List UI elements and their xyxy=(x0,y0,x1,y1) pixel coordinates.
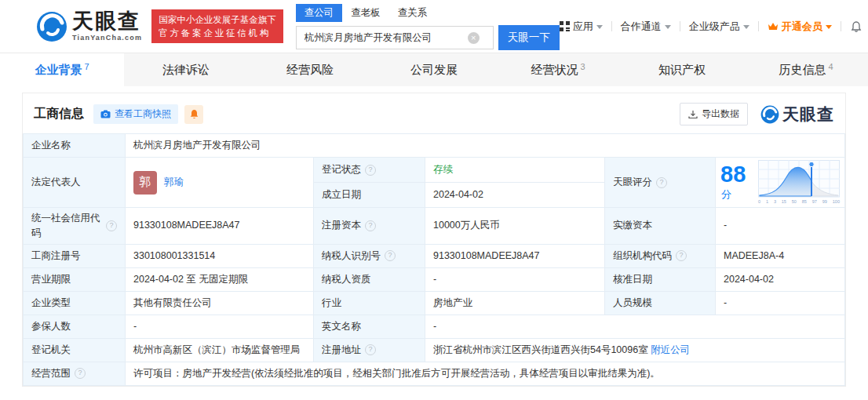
search-tab-boss[interactable]: 查老板 xyxy=(342,4,389,22)
divider xyxy=(680,21,680,31)
company-name-value: 杭州滨月房地产开发有限公司 xyxy=(126,134,845,158)
field-label: 纳税人识别号 xyxy=(314,245,425,268)
tab-badge: 3 xyxy=(580,62,585,71)
field-label: 统一社会信用代码 xyxy=(24,208,126,245)
nav-apps-label: 应用 xyxy=(573,20,593,34)
clear-icon[interactable]: × xyxy=(468,32,480,44)
field-label: 组织机构代码 xyxy=(605,245,716,268)
tab-intellectual-property[interactable]: 知识产权 xyxy=(620,53,744,86)
top-nav: 应用 合作通道 企业级产品 开通会员 xyxy=(560,20,868,34)
credit-code-value: 91330108MADEEJ8A47 xyxy=(126,208,314,245)
tab-company-background[interactable]: 企业背景7 xyxy=(0,53,124,86)
score-chart-ticks: 0131550859799100 xyxy=(758,198,840,205)
brand-domain: TianYanCha.com xyxy=(72,35,142,42)
field-label: 登记状态 xyxy=(314,158,425,183)
search-tab-relation[interactable]: 查关系 xyxy=(389,4,436,22)
field-label: 登记机关 xyxy=(24,339,126,362)
reg-address-value: 浙江省杭州市滨江区西兴街道西兴街54号10096室 附近公司 xyxy=(425,339,845,362)
table-row: 经营范围 许可项目：房地产开发经营(依法须经批准的项目，经相关部门批准后方可开展… xyxy=(24,362,845,386)
table-row: 参保人数 - 英文名称 - xyxy=(24,315,845,339)
apps-grid-icon xyxy=(560,21,570,31)
table-row: 统一社会信用代码 91330108MADEEJ8A47 注册资本 10000万人… xyxy=(24,208,845,245)
org-code-value: MADEEJ8A-4 xyxy=(716,245,845,268)
nav-partner[interactable]: 合作通道 xyxy=(621,20,671,34)
nav-apps[interactable]: 应用 xyxy=(560,20,603,34)
nav-enterprise[interactable]: 企业级产品 xyxy=(689,20,749,34)
nav-partner-label: 合作通道 xyxy=(621,20,662,34)
legal-rep-link[interactable]: 郭瑜 xyxy=(164,175,184,190)
search-tab-company[interactable]: 查公司 xyxy=(296,4,343,22)
company-tabbar: 企业背景7 法律诉讼 经营风险 公司发展 经营状况3 知识产权 历史信息4 xyxy=(0,53,868,86)
export-data-button[interactable]: 导出数据 xyxy=(680,103,748,125)
field-label: 经营范围 xyxy=(24,362,126,386)
tianyancha-logo-icon xyxy=(36,11,67,42)
field-label: 参保人数 xyxy=(24,315,126,339)
table-row: 企业名称 杭州滨月房地产开发有限公司 xyxy=(24,134,845,158)
approval-date-value: 2024-04-02 xyxy=(716,268,845,292)
download-icon xyxy=(688,110,698,119)
industry-value: 房地产业 xyxy=(425,292,605,315)
english-name-value: - xyxy=(425,315,845,339)
score-distribution-chart: 0131550859799100 xyxy=(758,160,840,205)
field-label: 英文名称 xyxy=(314,315,425,339)
crown-icon xyxy=(768,22,779,31)
site-header: 天眼查 TianYanCha.com 国家中小企业发展子基金旗下 官方备案企业征… xyxy=(0,0,868,53)
field-label: 企业类型 xyxy=(24,292,126,315)
tab-legal-proceedings[interactable]: 法律诉讼 xyxy=(124,53,248,86)
est-date-value: 2024-04-02 xyxy=(425,183,605,208)
tab-operational-risk[interactable]: 经营风险 xyxy=(248,53,372,86)
tab-label: 公司发展 xyxy=(410,63,458,78)
divider xyxy=(611,21,612,31)
tab-badge: 7 xyxy=(84,62,89,71)
table-row: 企业类型 其他有限责任公司 行业 房地产业 人员规模 - xyxy=(24,292,845,315)
bell-icon xyxy=(189,109,199,120)
help-icon[interactable] xyxy=(75,368,86,379)
help-icon[interactable] xyxy=(365,344,376,355)
tianyancha-logo[interactable]: 天眼查 TianYanCha.com xyxy=(36,11,142,42)
table-row: 法定代表人 郭 郭瑜 登记状态 存续 成立日期 2024-04-02 天眼评分 … xyxy=(24,158,845,208)
tab-label: 企业背景 xyxy=(35,63,82,78)
reg-status-value: 存续 xyxy=(425,158,605,183)
help-icon[interactable] xyxy=(106,220,117,231)
search-block: 查公司 查老板 查关系 × 天眼一下 xyxy=(296,2,560,50)
table-row: 登记机关 杭州市高新区（滨江）市场监督管理局 注册地址 浙江省杭州市滨江区西兴街… xyxy=(24,339,845,362)
search-button[interactable]: 天眼一下 xyxy=(498,25,560,50)
tianyancha-watermark: 天眼查 xyxy=(760,104,834,125)
export-button-label: 导出数据 xyxy=(702,107,739,121)
search-tabs: 查公司 查老板 查关系 xyxy=(296,4,560,22)
brand-name: 天眼查 xyxy=(72,11,142,32)
tab-label: 经营风险 xyxy=(286,63,334,78)
help-icon[interactable] xyxy=(656,177,667,188)
score-marker-pin xyxy=(809,162,814,166)
tab-history-info[interactable]: 历史信息4 xyxy=(744,53,868,86)
field-label: 实缴资本 xyxy=(605,208,716,245)
reg-authority-value: 杭州市高新区（滨江）市场监督管理局 xyxy=(126,339,314,362)
search-input[interactable] xyxy=(296,26,494,49)
business-info-table: 企业名称 杭州滨月房地产开发有限公司 法定代表人 郭 郭瑜 登记状态 存续 成立… xyxy=(23,133,845,386)
field-label: 成立日期 xyxy=(314,183,425,208)
nearby-companies-link[interactable]: 附近公司 xyxy=(651,343,690,358)
taxpayer-id-value: 91330108MADEEJ8A47 xyxy=(425,245,605,268)
camera-icon xyxy=(100,110,111,118)
help-icon[interactable] xyxy=(385,250,396,261)
official-badge: 国家中小企业发展子基金旗下 官方备案企业征信机构 xyxy=(151,9,283,43)
field-label: 工商注册号 xyxy=(24,245,126,268)
tab-label: 历史信息 xyxy=(779,63,826,78)
nav-vip[interactable]: 开通会员 xyxy=(768,20,832,34)
tab-operating-status[interactable]: 经营状况3 xyxy=(496,53,620,86)
company-type-value: 其他有限责任公司 xyxy=(126,292,314,315)
snapshot-button[interactable]: 查看工商快照 xyxy=(93,104,178,124)
avatar[interactable]: 郭 xyxy=(133,171,157,195)
tab-company-development[interactable]: 公司发展 xyxy=(372,53,496,86)
help-icon[interactable] xyxy=(365,220,376,231)
nav-vip-label: 开通会员 xyxy=(782,20,822,34)
staff-size-value: - xyxy=(716,292,845,315)
chevron-down-icon xyxy=(665,25,671,29)
bell-icon xyxy=(850,20,863,33)
field-label: 企业名称 xyxy=(24,134,126,158)
watermark-label: 天眼查 xyxy=(782,104,834,125)
monitor-bell-chip[interactable] xyxy=(184,105,203,124)
help-icon[interactable] xyxy=(676,250,687,261)
help-icon[interactable] xyxy=(365,165,376,176)
nav-notifications[interactable] xyxy=(850,20,863,33)
